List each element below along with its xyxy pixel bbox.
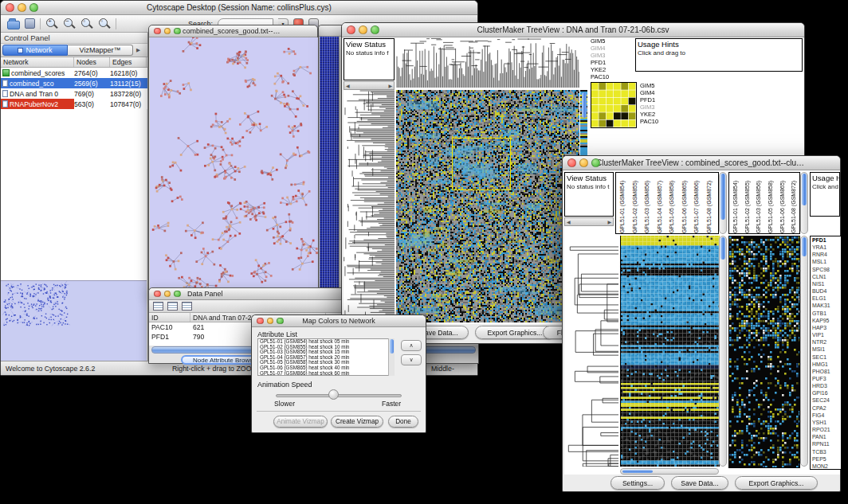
dialog-titlebar[interactable]: Map Colors to Network [252,315,426,327]
create-vizmap-button[interactable]: Create Vizmap [331,416,383,428]
maximize-button[interactable] [371,25,379,34]
gene-label[interactable]: MSI1 [811,346,841,353]
maximize-button[interactable] [591,158,600,167]
gene-label[interactable]: HMG1 [811,361,841,368]
animate-vizmap-button[interactable]: Animate Vizmap [273,416,328,428]
minimize-button[interactable] [359,25,367,34]
gene-label[interactable]: FIG4 [811,412,841,419]
column-label[interactable]: GPL51-05 (GSM858) [665,173,678,233]
column-header[interactable]: ID [149,313,190,322]
gene-label[interactable]: GTB1 [811,310,841,317]
gene-label[interactable]: MAK31 [811,302,841,309]
column-label[interactable]: GPL51-08 (GSM872) [787,173,799,233]
column-label[interactable]: GPL51-03 (GSM856) [641,173,654,233]
gene-label[interactable]: YRA1 [811,244,841,251]
column-label[interactable]: GPL51-08 (GSM872) [703,173,716,233]
row-dendrogram[interactable] [344,90,395,322]
speed-slider-track[interactable] [276,394,402,397]
scrollbar-thumb[interactable] [720,237,725,260]
network-list-row[interactable]: combined_sco 2569(6) 13112(15) [1,78,147,88]
scroll-right-icon[interactable]: ▶ [607,219,611,225]
scrollbar-thumb[interactable] [802,174,807,205]
column-label[interactable]: GPL51-04 (GSM857) [654,173,666,233]
network-window-titlebar[interactable]: combined_scores_good.txt--cluste... [149,25,317,37]
column-label[interactable]: GPL51-01 (GSM854) [729,173,741,233]
gene-label[interactable]: PEP5 [811,455,841,463]
column-label[interactable]: GPL51-02 (GSM855) [629,173,642,233]
gene-label[interactable]: PHO81 [811,368,841,375]
gene-label[interactable]: TCB3 [811,448,841,455]
minimize-button[interactable] [164,291,171,298]
scrollbar-thumb[interactable] [582,92,587,118]
close-button[interactable] [154,28,161,35]
close-button[interactable] [6,3,14,12]
mini-scrollbar[interactable]: ◀ ▶ [564,217,614,226]
array-label[interactable]: PAC10 [591,74,627,81]
scrollbar-thumb[interactable] [802,237,807,256]
row-dendrogram[interactable] [564,236,618,467]
heatmap-canvas[interactable] [396,90,579,322]
column-label[interactable]: GPL51-05 (GSM858) [764,173,776,233]
gene-label[interactable]: CPA2 [811,404,841,412]
gene-label[interactable]: ELG1 [811,295,841,302]
gene-label[interactable]: NIS1 [811,280,841,287]
column-label[interactable]: GPL51-02 (GSM855) [741,173,753,233]
save-data-button[interactable]: Save Data... [671,476,728,490]
scroll-left-icon[interactable]: ◀ [567,219,571,225]
gene-label[interactable]: PAN1 [811,433,841,440]
zoom-in-icon[interactable]: + [45,18,58,30]
treeview-combined-titlebar[interactable]: ClusterMaker TreeView : combined_scores_… [563,156,840,170]
gene-label[interactable]: PFD1 [811,236,841,244]
maximize-button[interactable] [277,318,284,325]
gene-label[interactable]: RPO21 [811,426,841,433]
attribute-table-icon[interactable] [153,302,163,311]
scrollbar-thumb[interactable] [720,174,725,220]
scroll-right-icon[interactable]: ▶ [388,83,392,88]
matrix-label[interactable]: PAC10 [640,119,672,126]
maximize-button[interactable] [174,28,181,35]
gene-label[interactable]: GPI16 [811,389,841,397]
network-list-row[interactable]: DNA and Tran 0 769(0) 183728(0) [1,88,147,99]
gene-label[interactable]: NTR2 [811,338,841,346]
list-scrollbar[interactable] [388,338,395,376]
correlation-matrix[interactable] [591,82,637,128]
attribute-functions-icon[interactable] [182,302,192,311]
scroll-left-icon[interactable]: ◀ [346,83,350,88]
gene-label[interactable]: BUD4 [811,287,841,295]
gene-label[interactable]: HAP3 [811,324,841,331]
minimize-button[interactable] [18,3,26,12]
gene-label[interactable]: MON2 [811,463,841,470]
column-header[interactable]: Edges [110,57,147,67]
close-button[interactable] [567,158,576,167]
save-icon[interactable] [25,18,35,29]
network-graph-canvas[interactable] [150,37,318,294]
scrollbar-thumb[interactable] [390,339,394,354]
horizontal-scrollbar[interactable] [620,468,719,475]
minimize-button[interactable] [579,158,588,167]
gene-label[interactable]: KAP95 [811,317,841,324]
settings-button[interactable]: Settings... [610,476,665,490]
scrollbar-thumb[interactable] [622,470,653,473]
network-list-row[interactable]: combined_scores 2764(0) 16218(0) [1,68,147,78]
zoom-out-icon[interactable]: − [63,18,76,30]
gene-label[interactable]: SEC24 [811,397,841,404]
select-attributes-icon[interactable] [167,302,178,311]
column-dendrogram[interactable] [396,38,579,88]
column-header[interactable]: Network [1,57,74,67]
maximize-button[interactable] [29,3,38,12]
column-header[interactable]: Nodes [74,57,110,67]
gene-label[interactable]: RPN11 [811,440,841,447]
close-button[interactable] [154,291,161,298]
gene-label[interactable]: RNR4 [811,251,841,258]
column-label[interactable]: GPL51-06 (GSM865) [776,173,788,233]
mini-scrollbar[interactable]: ◀ ▶ [344,81,395,90]
speed-slider-knob[interactable] [328,389,339,400]
tab-vizmapper[interactable]: VizMapper™ [68,45,133,56]
gene-label[interactable]: MSL1 [811,258,841,265]
gene-label[interactable]: VIP1 [811,331,841,338]
maximize-button[interactable] [174,291,181,298]
done-button[interactable]: Done [388,416,418,428]
main-titlebar[interactable]: Cytoscape Desktop (Session Name: collins… [1,1,477,15]
column-label[interactable]: GPL51-03 (GSM856) [752,173,764,233]
minimize-button[interactable] [164,28,171,35]
